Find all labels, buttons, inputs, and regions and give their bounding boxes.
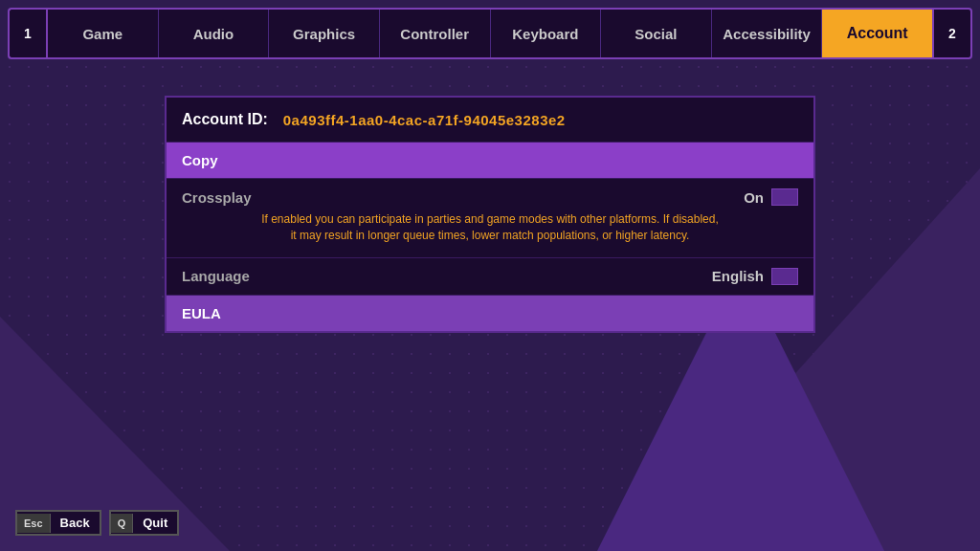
nav-tab-graphics[interactable]: Graphics (269, 10, 380, 57)
bottom-bar: Esc Back Q Quit (15, 510, 179, 536)
nav-left-button[interactable]: 1 (8, 8, 46, 59)
nav-tabs-container: GameAudioGraphicsControllerKeyboardSocia… (46, 8, 934, 59)
language-value: English (712, 268, 764, 284)
nav-tab-account[interactable]: Account (822, 10, 932, 57)
main-content: Account ID: 0a493ff4-1aa0-4cac-a71f-9404… (0, 67, 980, 362)
nav-tab-controller[interactable]: Controller (380, 10, 491, 57)
quit-key: Q (111, 514, 134, 533)
nav-tab-game[interactable]: Game (48, 10, 159, 57)
navbar: 1 GameAudioGraphicsControllerKeyboardSoc… (0, 0, 980, 67)
account-id-label: Account ID: (182, 111, 268, 128)
back-key: Esc (17, 514, 51, 533)
nav-tab-accessibility[interactable]: Accessibility (712, 10, 823, 57)
language-row: Language English (167, 258, 813, 296)
quit-label: Quit (133, 512, 177, 534)
nav-tab-social[interactable]: Social (601, 10, 712, 57)
crossplay-row: Crossplay On If enabled you can particip… (167, 179, 813, 258)
settings-panel: Account ID: 0a493ff4-1aa0-4cac-a71f-9404… (165, 96, 815, 333)
language-toggle[interactable] (771, 268, 798, 285)
nav-tab-keyboard[interactable]: Keyboard (491, 10, 602, 57)
nav-tab-audio[interactable]: Audio (159, 10, 270, 57)
eula-label: EULA (182, 305, 221, 321)
language-label: Language (182, 268, 712, 284)
copy-label: Copy (182, 152, 218, 168)
account-id-value: 0a493ff4-1aa0-4cac-a71f-94045e3283e2 (283, 112, 566, 128)
copy-button[interactable]: Copy (167, 143, 813, 179)
account-id-row: Account ID: 0a493ff4-1aa0-4cac-a71f-9404… (167, 98, 813, 143)
crossplay-label: Crossplay (182, 189, 744, 206)
eula-row[interactable]: EULA (167, 296, 813, 331)
back-button[interactable]: Esc Back (15, 510, 101, 536)
quit-button[interactable]: Q Quit (109, 510, 180, 536)
back-label: Back (51, 512, 100, 534)
nav-right-button[interactable]: 2 (934, 8, 972, 59)
crossplay-toggle[interactable] (771, 188, 798, 206)
crossplay-description: If enabled you can participate in partie… (182, 206, 798, 248)
crossplay-value: On (744, 189, 764, 206)
crossplay-main: Crossplay On (182, 188, 798, 206)
